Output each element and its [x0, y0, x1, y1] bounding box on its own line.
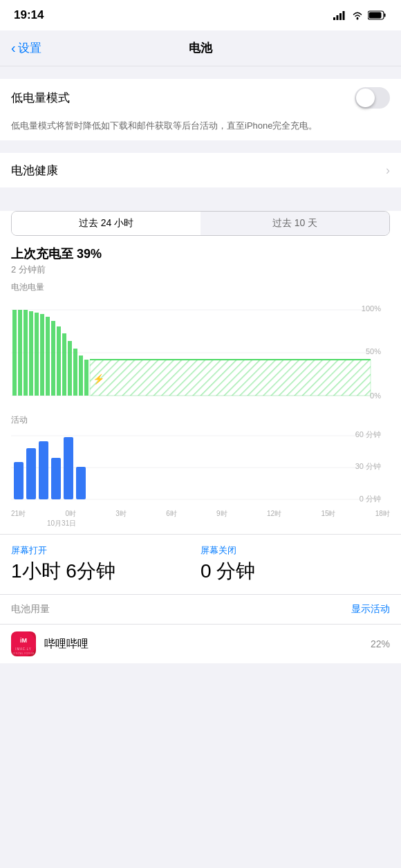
time-label-0: 0时	[65, 509, 76, 519]
gap-1	[0, 66, 401, 79]
low-power-section: 低电量模式 低电量模式将暂时降低如下载和邮件获取等后台活动，直至iPhone完全…	[0, 79, 401, 140]
battery-chart: 100% 50% 0%	[0, 296, 401, 406]
low-power-label: 低电量模式	[11, 90, 70, 106]
battery-status-icon	[368, 10, 387, 20]
svg-rect-39	[14, 462, 24, 499]
battery-chart-label: 电池电量	[0, 279, 401, 296]
back-chevron-icon: ‹	[11, 40, 16, 56]
time-labels: 21时 0时 3时 6时 9时 12时 15时 18时	[0, 508, 401, 519]
screen-on-value: 1小时 6分钟	[11, 558, 200, 584]
app-name-bilibili: 哔哩哔哩	[44, 637, 371, 652]
app-usage-header: 电池用量 显示活动	[0, 594, 401, 624]
nav-bar: ‹ 设置 电池	[0, 30, 401, 66]
svg-rect-18	[35, 313, 39, 396]
show-activity-link[interactable]: 显示活动	[351, 603, 390, 616]
svg-text:50%: 50%	[366, 347, 381, 355]
chart-section: 过去 24 小时 过去 10 天 上次充电至 39% 2 分钟前 电池电量 10…	[0, 211, 401, 663]
date-label: 10月31日	[0, 519, 401, 534]
svg-rect-42	[51, 458, 61, 499]
svg-rect-17	[29, 311, 33, 396]
svg-rect-6	[384, 14, 386, 17]
signal-icon	[333, 10, 347, 20]
app-row-bilibili[interactable]: iM IMAC.LY DIGITAL FORUM 哔哩哔哩 22%	[0, 624, 401, 663]
svg-rect-44	[76, 467, 86, 499]
tab-10d[interactable]: 过去 10 天	[200, 212, 389, 235]
svg-text:100%: 100%	[362, 304, 381, 313]
status-time: 19:14	[14, 8, 44, 22]
svg-rect-43	[64, 437, 73, 499]
battery-svg-chart: 100% 50% 0%	[11, 303, 390, 403]
time-label-3: 3时	[115, 509, 127, 519]
svg-rect-7	[369, 12, 382, 19]
time-label-18: 18时	[375, 509, 390, 519]
battery-health-label: 电池健康	[11, 163, 58, 178]
app-percent-bilibili: 22%	[371, 638, 390, 649]
battery-health-chevron-icon: ›	[386, 163, 390, 178]
time-label-12: 12时	[267, 509, 281, 519]
charge-title: 上次充电至 39%	[11, 246, 390, 262]
svg-rect-0	[333, 17, 335, 20]
status-bar: 19:14	[0, 0, 401, 30]
svg-text:30 分钟: 30 分钟	[355, 462, 381, 470]
low-power-row[interactable]: 低电量模式	[0, 79, 401, 117]
back-label: 设置	[18, 40, 41, 56]
svg-rect-15	[18, 310, 22, 396]
battery-health-row[interactable]: 电池健康 ›	[0, 153, 401, 187]
svg-rect-2	[339, 13, 342, 20]
charge-info: 上次充电至 39% 2 分钟前	[0, 236, 401, 279]
wifi-icon	[351, 10, 364, 20]
screen-off-value: 0 分钟	[200, 558, 390, 584]
svg-text:⚡: ⚡	[93, 373, 105, 385]
time-label-6: 6时	[166, 509, 177, 519]
svg-text:0%: 0%	[370, 391, 381, 400]
time-label-15: 15时	[321, 509, 335, 519]
svg-text:0 分钟: 0 分钟	[360, 495, 381, 503]
svg-rect-41	[39, 441, 48, 499]
charge-subtitle: 2 分钟前	[11, 264, 390, 276]
svg-text:IMAC.LY: IMAC.LY	[15, 647, 31, 651]
svg-point-4	[357, 18, 359, 20]
svg-text:DIGITAL FORUM: DIGITAL FORUM	[13, 652, 35, 655]
svg-rect-14	[12, 310, 17, 396]
svg-rect-1	[337, 15, 339, 20]
app-usage-label: 电池用量	[11, 603, 50, 616]
low-power-toggle[interactable]	[355, 87, 390, 109]
back-button[interactable]: ‹ 设置	[11, 40, 41, 56]
status-icons	[333, 10, 387, 20]
svg-rect-22	[57, 326, 61, 396]
svg-text:iM: iM	[20, 637, 27, 644]
time-label-21: 21时	[11, 509, 26, 519]
screen-off-header: 屏幕关闭	[200, 544, 390, 557]
screen-time-section: 屏幕打开 1小时 6分钟 屏幕关闭 0 分钟	[0, 535, 401, 594]
svg-rect-21	[51, 321, 55, 396]
svg-rect-27	[84, 360, 88, 396]
svg-rect-20	[46, 317, 50, 396]
screen-on-col: 屏幕打开 1小时 6分钟	[11, 544, 200, 584]
gap-3	[0, 187, 401, 200]
activity-chart-label: 活动	[0, 412, 401, 429]
svg-rect-40	[26, 448, 36, 499]
svg-rect-25	[73, 349, 77, 396]
toggle-knob	[356, 89, 375, 107]
activity-chart-container: 60 分钟 30 分钟 0 分钟	[0, 429, 401, 508]
battery-health-section: 电池健康 ›	[0, 153, 401, 187]
screen-off-col: 屏幕关闭 0 分钟	[200, 544, 390, 584]
screen-on-header: 屏幕打开	[11, 544, 200, 557]
time-label-9: 9时	[216, 509, 227, 519]
app-icon-bilibili: iM IMAC.LY DIGITAL FORUM	[11, 631, 36, 656]
svg-rect-19	[40, 314, 44, 396]
page-title: 电池	[189, 40, 212, 56]
svg-rect-23	[62, 333, 66, 396]
bilibili-icon-svg: iM IMAC.LY DIGITAL FORUM	[11, 631, 36, 656]
gap-2	[0, 140, 401, 153]
svg-rect-29	[90, 360, 371, 396]
time-period-tabs[interactable]: 过去 24 小时 过去 10 天	[11, 211, 390, 236]
activity-svg-chart: 60 分钟 30 分钟 0 分钟	[11, 429, 390, 505]
svg-text:60 分钟: 60 分钟	[355, 430, 381, 438]
tab-24h[interactable]: 过去 24 小时	[12, 212, 200, 235]
svg-rect-16	[24, 310, 28, 396]
svg-rect-24	[68, 341, 72, 396]
svg-rect-3	[343, 11, 345, 20]
low-power-desc: 低电量模式将暂时降低如下载和邮件获取等后台活动，直至iPhone完全充电。	[0, 117, 401, 140]
svg-rect-26	[79, 355, 83, 396]
